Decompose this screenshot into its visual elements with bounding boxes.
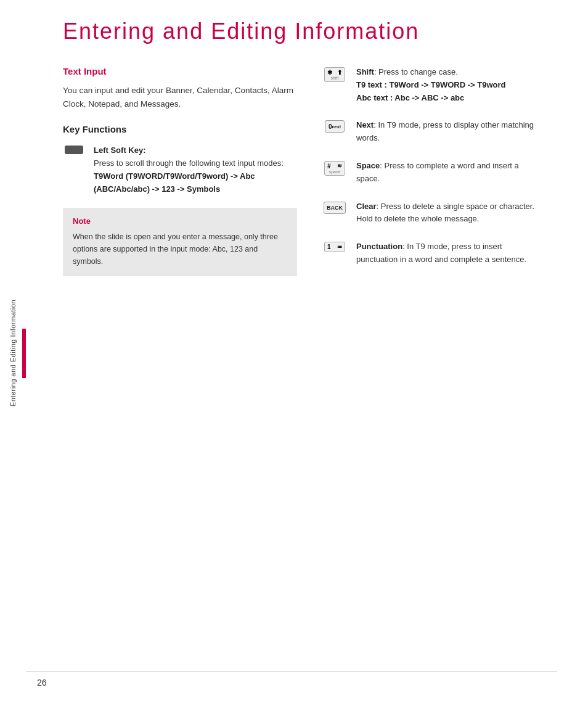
sidebar-text: Entering and Editing Information <box>9 300 17 406</box>
shift-icon-symbol: ⬆ <box>337 69 342 76</box>
key-item-left-soft: Left Soft Key: Press to scroll through t… <box>63 144 297 195</box>
shift-t9-text: T9 text : T9Word -> T9WORD -> T9word <box>356 80 505 89</box>
page-title: Entering and Editing Information <box>63 18 557 44</box>
hash-symbol: # <box>327 163 331 170</box>
left-column: Text Input You can input and edit your B… <box>63 66 297 281</box>
left-soft-key-desc: Press to scroll through the following te… <box>94 158 284 194</box>
next-icon: 0next <box>322 119 348 133</box>
punctuation-icon: 1 ≔ <box>322 240 348 252</box>
punctuation-title: Punctuation <box>356 242 402 251</box>
right-item-punctuation: 1 ≔ Punctuation: In T9 mode, press to in… <box>322 240 544 266</box>
punctuation-key-top: 1 ≔ <box>327 244 342 250</box>
shift-key-button: ✱ ⬆ shift <box>324 67 345 82</box>
left-soft-key-label: Left Soft Key: <box>94 146 146 155</box>
note-box: Note When the slide is open and you ente… <box>63 208 297 276</box>
shift-key-label: shift <box>327 76 342 80</box>
note-title: Note <box>73 216 287 226</box>
space-description: Space: Press to complete a word and inse… <box>356 160 544 186</box>
space-title: Space <box>356 161 380 170</box>
page-number: 26 <box>37 678 47 688</box>
space-key-top: # ≋ <box>327 163 342 170</box>
right-item-clear: BACK Clear: Press to delete a single spa… <box>322 200 544 226</box>
clear-title: Clear <box>356 202 377 211</box>
shift-description: Shift: Press to change case. T9 text : T… <box>356 66 505 104</box>
shift-key-top: ✱ ⬆ <box>327 69 342 76</box>
next-key-button: 0next <box>325 120 345 133</box>
intro-paragraph: You can input and edit your Banner, Cale… <box>63 84 297 110</box>
right-item-next: 0next Next: In T9 mode, press to display… <box>322 119 544 145</box>
key-functions-heading: Key Functions <box>63 124 297 134</box>
clear-icon: BACK <box>322 200 348 214</box>
right-item-space: # ≋ space Space: Press to complete a wor… <box>322 160 544 186</box>
content-columns: Text Input You can input and edit your B… <box>63 66 557 281</box>
sidebar-accent-bar <box>22 329 26 378</box>
right-column: ✱ ⬆ shift Shift: Press to change case. T… <box>322 66 544 281</box>
shift-title: Shift <box>356 67 374 76</box>
punc-icon-symbol: ≔ <box>337 244 342 250</box>
left-soft-key-icon <box>63 144 85 154</box>
note-text: When the slide is open and you enter a m… <box>73 231 287 268</box>
punctuation-key-button: 1 ≔ <box>324 242 345 252</box>
clear-description: Clear: Press to delete a single space or… <box>356 200 544 226</box>
one-symbol: 1 <box>327 244 331 250</box>
right-item-shift: ✱ ⬆ shift Shift: Press to change case. T… <box>322 66 544 104</box>
section-title-text-input: Text Input <box>63 66 297 76</box>
bottom-divider <box>26 671 557 672</box>
next-description: Next: In T9 mode, press to display other… <box>356 119 544 145</box>
left-soft-key-shape <box>65 146 83 154</box>
punctuation-description: Punctuation: In T9 mode, press to insert… <box>356 240 544 266</box>
space-icon: # ≋ space <box>322 160 348 176</box>
space-key-label: space <box>327 170 342 174</box>
next-title: Next <box>356 120 374 129</box>
space-key-button: # ≋ space <box>324 161 345 176</box>
asterisk-symbol: ✱ <box>327 69 332 76</box>
left-soft-key-text: Left Soft Key: Press to scroll through t… <box>94 144 297 195</box>
shift-abc-text: Abc text : Abc -> ABC -> abc <box>356 93 464 102</box>
space-icon-symbol: ≋ <box>337 163 342 169</box>
back-key-button: BACK <box>324 202 346 214</box>
main-content: Entering and Editing Information Text In… <box>26 0 588 300</box>
sidebar: Entering and Editing Information <box>0 0 26 706</box>
shift-icon: ✱ ⬆ shift <box>322 66 348 82</box>
